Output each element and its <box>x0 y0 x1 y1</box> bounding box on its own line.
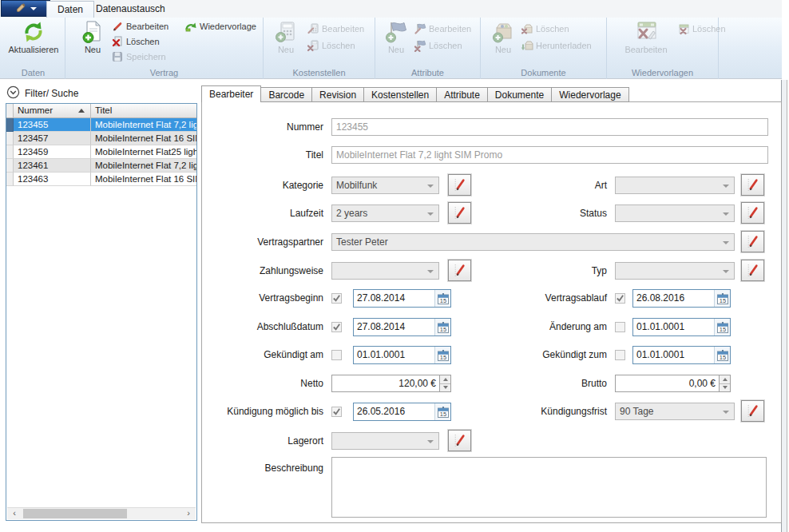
kuendigungsfrist-select[interactable]: 90 Tage <box>615 403 735 420</box>
dokumente-herunterladen-button[interactable]: Herunterladen <box>521 38 592 52</box>
calendar-icon[interactable]: 15 <box>434 347 450 363</box>
vertragsablauf-datepicker[interactable]: 26.08.2016 15 <box>632 289 731 308</box>
column-header-nummer[interactable]: Nummer <box>14 104 91 117</box>
kostenstellen-neu-button[interactable]: Neu <box>268 20 303 54</box>
abschlussdatum-value[interactable]: 27.08.2014 <box>354 319 434 335</box>
row-selector[interactable] <box>6 173 14 186</box>
gekuendigt-am-value[interactable]: 01.01.0001 <box>354 347 434 363</box>
kuendigung-moeglich-bis-datepicker[interactable]: 26.05.2016 15 <box>353 403 451 421</box>
typ-edit-button[interactable] <box>741 260 764 281</box>
laufzeit-edit-button[interactable] <box>448 202 471 224</box>
column-header-titel[interactable]: Titel <box>91 104 196 117</box>
nummer-input[interactable]: 123455 <box>331 118 768 136</box>
gekuendigt-zum-datepicker[interactable]: 01.01.0001 15 <box>632 346 731 364</box>
tab-bearbeiter[interactable]: Bearbeiter <box>201 85 261 102</box>
kuendigung-moeglich-bis-value[interactable]: 26.05.2016 <box>354 403 434 420</box>
wiedervorlagen-loeschen-button[interactable]: Löschen <box>677 22 726 35</box>
gekuendigt-zum-value[interactable]: 01.01.0001 <box>633 347 714 363</box>
kategorie-edit-button[interactable] <box>448 174 471 196</box>
table-row[interactable]: 123463 MobileInternet Flat 16 SIM <box>6 173 196 186</box>
tab-attribute[interactable]: Attribute <box>436 87 488 102</box>
scroll-left-icon[interactable]: ‹ <box>9 508 20 519</box>
brutto-input[interactable]: 0,00 € <box>615 375 731 392</box>
tab-revision[interactable]: Revision <box>311 87 364 102</box>
laufzeit-select[interactable]: 2 years <box>331 204 439 222</box>
titel-input[interactable]: MobileInternet Flat 7,2 light SIM Promo <box>331 146 768 164</box>
netto-stepper[interactable] <box>439 375 450 391</box>
vertragspartner-edit-button[interactable] <box>741 231 764 252</box>
status-select[interactable] <box>615 204 735 222</box>
step-up-icon[interactable] <box>440 375 450 384</box>
vertrag-speichern-button[interactable]: Speichern <box>111 50 166 63</box>
table-row[interactable]: 123459 MobileInternet Flat25 ligh <box>6 145 196 159</box>
vertragspartner-select[interactable]: Tester Peter <box>331 233 735 251</box>
netto-input[interactable]: 120,00 € <box>331 375 451 392</box>
brutto-value[interactable]: 0,00 € <box>616 375 719 391</box>
calendar-icon[interactable]: 15 <box>434 290 450 307</box>
brutto-stepper[interactable] <box>719 375 730 391</box>
calendar-icon[interactable]: 15 <box>714 290 730 307</box>
tab-datenaustausch[interactable]: Datenaustausch <box>85 1 176 18</box>
tab-kostenstellen[interactable]: Kostenstellen <box>363 87 437 102</box>
lagerort-select[interactable] <box>331 432 439 450</box>
tab-dokumente[interactable]: Dokumente <box>487 87 552 102</box>
lagerort-edit-button[interactable] <box>448 430 471 451</box>
aenderung-am-checkbox[interactable] <box>615 322 625 332</box>
calendar-icon[interactable]: 15 <box>714 347 730 363</box>
kuendigung-moeglich-bis-checkbox[interactable] <box>331 407 342 417</box>
dokumente-neu-button[interactable]: Neu <box>486 20 521 54</box>
attribute-neu-button[interactable]: Neu <box>379 20 414 54</box>
vertragsbeginn-checkbox[interactable] <box>331 293 342 304</box>
tab-barcode[interactable]: Barcode <box>260 87 312 102</box>
abschlussdatum-checkbox[interactable] <box>331 322 342 332</box>
vertrag-bearbeiten-button[interactable]: Bearbeiten <box>111 19 169 33</box>
filter-suche-header[interactable]: Filter/ Suche <box>6 85 78 101</box>
beschreibung-textarea[interactable] <box>331 457 767 518</box>
art-select[interactable] <box>615 177 735 194</box>
scrollbar-thumb[interactable] <box>23 509 127 518</box>
vertrag-wiedervorlage-button[interactable]: Wiedervorlage <box>184 19 256 33</box>
gekuendigt-am-datepicker[interactable]: 01.01.0001 15 <box>353 346 451 364</box>
typ-select[interactable] <box>615 262 735 280</box>
attribute-loeschen-button[interactable]: Löschen <box>414 38 462 52</box>
calendar-icon[interactable]: 15 <box>434 319 450 335</box>
scroll-right-icon[interactable]: › <box>183 508 194 519</box>
calendar-icon[interactable]: 15 <box>434 403 450 420</box>
table-row[interactable]: 123455 MobileInternet Flat 7,2 lig <box>6 118 196 132</box>
zahlungsweise-select[interactable] <box>331 262 439 280</box>
kategorie-select[interactable]: Mobilfunk <box>331 177 439 194</box>
main-vertical-scrollbar[interactable] <box>781 80 787 532</box>
kuendigungsfrist-edit-button[interactable] <box>741 400 764 422</box>
vertragsbeginn-datepicker[interactable]: 27.08.2014 15 <box>353 289 451 308</box>
dokumente-loeschen-button[interactable]: Löschen <box>521 22 569 35</box>
wiedervorlagen-bearbeiten-button[interactable]: Bearbeiten <box>617 20 676 54</box>
horizontal-scrollbar[interactable]: ‹ › <box>7 507 196 519</box>
kostenstellen-bearbeiten-button[interactable]: Bearbeiten <box>307 22 364 35</box>
calendar-icon[interactable]: 15 <box>714 319 730 335</box>
vertragsablauf-value[interactable]: 26.08.2016 <box>633 290 714 307</box>
vertrag-neu-button[interactable]: Neu <box>75 20 110 54</box>
step-down-icon[interactable] <box>720 384 730 392</box>
abschlussdatum-datepicker[interactable]: 27.08.2014 15 <box>353 318 451 336</box>
table-row[interactable]: 123457 MobileInternet Flat 16 SIM <box>6 132 196 145</box>
aenderung-am-value[interactable]: 01.01.0001 <box>633 319 714 335</box>
vertragsablauf-checkbox[interactable] <box>615 293 625 304</box>
aktualisieren-button[interactable]: Aktualisieren <box>4 20 63 54</box>
gekuendigt-am-checkbox[interactable] <box>331 350 342 360</box>
art-edit-button[interactable] <box>741 174 764 196</box>
gekuendigt-zum-checkbox[interactable] <box>615 350 625 360</box>
row-selector[interactable] <box>6 145 14 159</box>
status-edit-button[interactable] <box>741 202 764 224</box>
attribute-bearbeiten-button[interactable]: Bearbeiten <box>414 22 471 35</box>
kostenstellen-loeschen-button[interactable]: Löschen <box>307 38 355 52</box>
row-selector[interactable] <box>6 132 14 145</box>
tab-wiedervorlage[interactable]: Wiedervorlage <box>551 87 628 102</box>
vertrag-loeschen-button[interactable]: Löschen <box>111 34 160 48</box>
table-row[interactable]: 123461 MobileInternet Flat 7,2 lig <box>6 159 196 173</box>
vertragsbeginn-value[interactable]: 27.08.2014 <box>354 290 434 307</box>
step-up-icon[interactable] <box>720 375 730 384</box>
netto-value[interactable]: 120,00 € <box>332 375 439 391</box>
application-menu-button[interactable] <box>1 0 50 17</box>
row-selector[interactable] <box>6 159 14 173</box>
step-down-icon[interactable] <box>440 384 450 392</box>
